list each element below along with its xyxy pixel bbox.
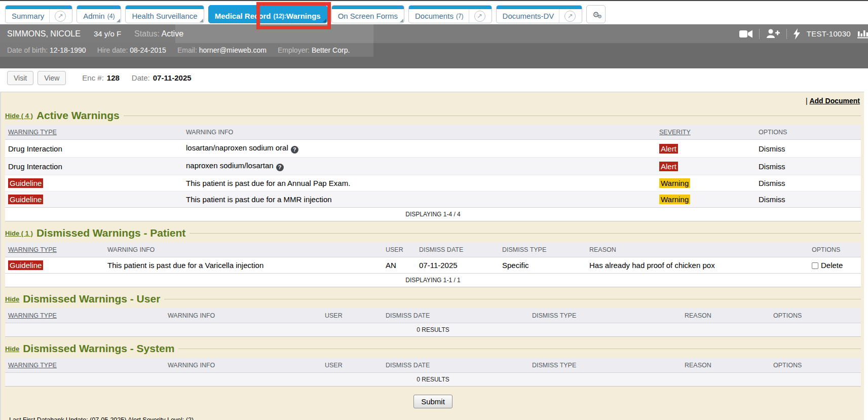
employer-value: Better Corp. — [312, 46, 350, 54]
severity-warning-badge: Warning — [659, 178, 690, 188]
section-dismissed-user: Hide Dismissed Warnings - User WARNING T… — [5, 291, 861, 337]
patient-name: SIMMONS, NICOLE — [7, 29, 81, 39]
column-header-warning-type[interactable]: WARNING TYPE — [5, 358, 165, 373]
column-header-reason: REASON — [682, 308, 770, 323]
popout-icon[interactable]: ↗ — [55, 11, 66, 22]
visit-button[interactable]: Visit — [7, 71, 33, 85]
dismiss-link[interactable]: Dismiss — [759, 179, 785, 187]
bar-chart-icon[interactable] — [857, 29, 868, 39]
options-cell: Dismiss — [756, 158, 861, 175]
view-button[interactable]: View — [37, 71, 66, 85]
column-header-warning-type[interactable]: WARNING TYPE — [5, 125, 183, 140]
add-document-separator: | — [806, 97, 808, 105]
column-header-reason: REASON — [682, 358, 770, 373]
displaying-count: DISPLAYING 1-4 / 4 — [5, 208, 861, 221]
column-header-options: OPTIONS — [809, 242, 861, 257]
dismiss-link[interactable]: Dismiss — [759, 195, 785, 204]
add-document-link[interactable]: Add Document — [809, 97, 860, 105]
video-camera-icon[interactable] — [739, 30, 752, 38]
severity-cell: Alert — [656, 140, 756, 158]
popout-icon[interactable]: ↗ — [474, 11, 485, 22]
patient-id: TEST-10030 — [807, 29, 851, 38]
tab-divider — [49, 9, 50, 23]
severity-warning-badge: Warning — [659, 195, 690, 204]
dob-label: Date of birth: — [7, 46, 48, 54]
column-header-dismiss-date: DISMISS DATE — [383, 358, 529, 373]
guideline-badge: Guideline — [8, 178, 43, 188]
column-header-options: OPTIONS — [770, 358, 861, 373]
column-header-user: USER — [322, 358, 383, 373]
status-label: Status: — [134, 29, 160, 38]
severity-alert-badge: Alert — [659, 144, 678, 154]
spacer — [0, 87, 868, 92]
delete-label[interactable]: Delete — [821, 261, 843, 270]
table-row: Guideline This patient is past due for a… — [5, 175, 861, 192]
table-row: Drug Interaction losartan/naproxen sodiu… — [5, 140, 861, 158]
email-value: horner@mieweb.com — [199, 46, 267, 54]
status-value: Active — [161, 29, 183, 38]
column-header-warning-info: WARNING INFO — [165, 308, 322, 323]
dismiss-type-cell: Specific — [499, 257, 586, 274]
hide-active-warnings-link[interactable]: Hide ( 4 ) — [5, 112, 33, 120]
add-user-icon[interactable] — [766, 29, 780, 39]
add-document-row: | Add Document — [5, 92, 861, 106]
column-header-reason: REASON — [586, 242, 809, 257]
column-header-warning-type[interactable]: WARNING TYPE — [5, 308, 165, 323]
severity-cell: Alert — [656, 158, 756, 175]
active-warnings-table: WARNING TYPE WARNING INFO SEVERITY OPTIO… — [5, 125, 861, 221]
section-dismissed-system: Hide Dismissed Warnings - System WARNING… — [5, 341, 861, 387]
hide-dismissed-patient-link[interactable]: Hide ( 1 ) — [5, 230, 33, 237]
tab-medical-record-warnings[interactable]: Medical Record (12): Warnings — [208, 5, 327, 23]
column-header-warning-type[interactable]: WARNING TYPE — [5, 242, 104, 257]
tab-dropdown-fold-icon — [323, 19, 326, 22]
help-icon[interactable]: ? — [276, 164, 284, 171]
employer-label: Employer: — [278, 46, 310, 54]
tab-dropdown-fold-icon — [200, 19, 203, 22]
severity-cell: Warning — [656, 175, 756, 192]
section-active-warnings: Hide ( 4 ) Active Warnings WARNING TYPE … — [5, 108, 861, 221]
gear-small-icon: ⚙ — [597, 14, 602, 19]
lightning-icon[interactable] — [794, 28, 800, 40]
tab-on-screen-forms[interactable]: On Screen Forms — [331, 5, 404, 23]
warning-info-cell: naproxen sodium/losartan? — [183, 158, 656, 175]
enc-number-label: Enc #: — [82, 73, 104, 82]
hide-dismissed-user-link[interactable]: Hide — [5, 295, 19, 303]
dismiss-link[interactable]: Dismiss — [759, 162, 785, 171]
table-footer-row: 0 RESULTS — [5, 323, 861, 337]
enc-number-value: 128 — [107, 73, 120, 82]
dismiss-link[interactable]: Dismiss — [759, 144, 785, 153]
tab-medical-record-suffix: Warnings — [286, 12, 321, 20]
tab-health-surveillance-label: Health Surveillance — [132, 12, 197, 20]
tab-divider — [469, 9, 469, 23]
tab-divider — [559, 9, 559, 23]
guideline-badge: Guideline — [8, 195, 43, 204]
tab-medical-record-count: (12): — [274, 13, 286, 20]
tab-dropdown-fold-icon — [400, 19, 403, 22]
dismissed-patient-title: Dismissed Warnings - Patient — [36, 227, 185, 239]
tab-admin[interactable]: Admin (4) — [77, 5, 121, 23]
delete-checkbox[interactable] — [812, 262, 818, 269]
results-count: 0 RESULTS — [5, 373, 861, 387]
column-header-warning-info: WARNING INFO — [183, 125, 656, 140]
tab-documents[interactable]: Documents (7) ↗ — [408, 5, 492, 23]
results-count: 0 RESULTS — [5, 323, 861, 337]
column-header-severity[interactable]: SEVERITY — [656, 125, 756, 140]
tab-summary[interactable]: Summary ↗ — [5, 5, 72, 23]
icon-divider — [786, 29, 787, 39]
column-header-dismiss-date: DISMISS DATE — [416, 242, 499, 257]
column-header-dismiss-type: DISMISS TYPE — [499, 242, 586, 257]
column-header-user: USER — [322, 308, 383, 323]
submit-button[interactable]: Submit — [413, 395, 452, 408]
hide-dismissed-system-link[interactable]: Hide — [5, 345, 19, 353]
icon-divider — [759, 29, 760, 39]
dismissed-user-title: Dismissed Warnings - User — [23, 293, 160, 305]
settings-gear-button[interactable]: ⚙ ⚙ — [586, 5, 606, 23]
tab-bar: Summary ↗ Admin (4) Health Surveillance … — [0, 1, 868, 24]
section-rule — [178, 349, 861, 349]
warning-type-cell: Guideline — [5, 192, 183, 208]
tab-health-surveillance[interactable]: Health Surveillance — [125, 5, 204, 23]
popout-icon[interactable]: ↗ — [564, 11, 576, 22]
help-icon[interactable]: ? — [291, 146, 298, 154]
tab-documents-dv[interactable]: Documents-DV ↗ — [496, 5, 583, 23]
column-header-dismiss-type: DISMISS TYPE — [529, 308, 682, 323]
